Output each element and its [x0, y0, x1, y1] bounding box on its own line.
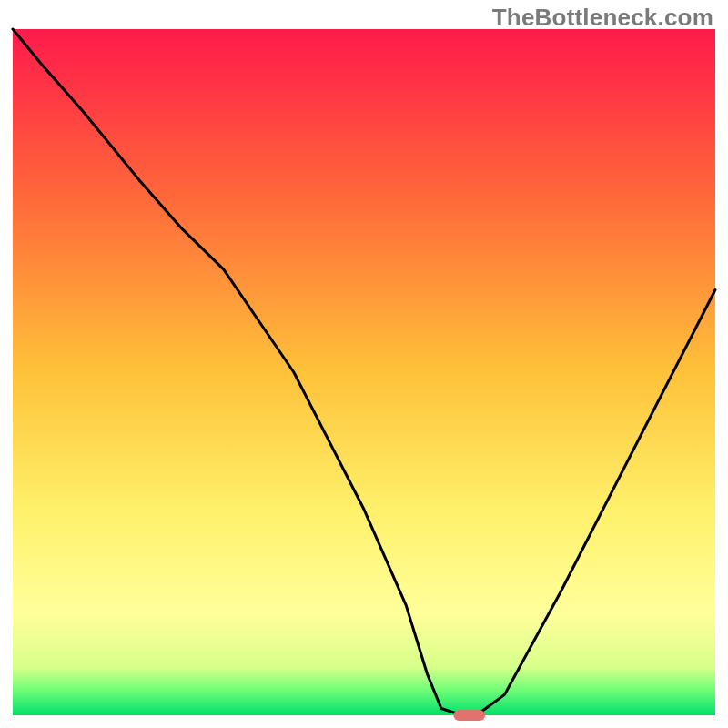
plot-background: [13, 29, 715, 715]
chart-canvas: [0, 0, 728, 728]
bottleneck-chart: TheBottleneck.com: [0, 0, 728, 728]
watermark-text: TheBottleneck.com: [492, 4, 713, 32]
target-marker: [453, 710, 485, 721]
